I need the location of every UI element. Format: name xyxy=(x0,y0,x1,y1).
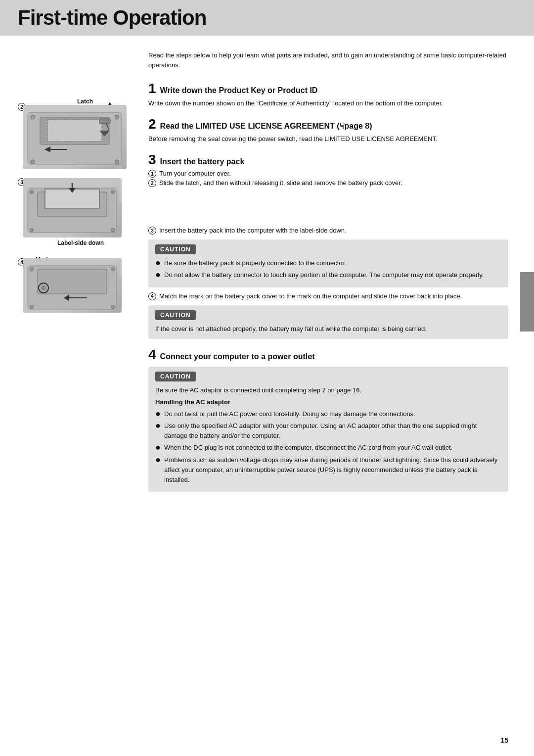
caution-1-bullet-1: ● Be sure the battery pack is properly c… xyxy=(155,258,501,268)
handling-label: Handling the AC adaptor xyxy=(155,398,230,406)
caution-1-label: CAUTION xyxy=(155,244,196,254)
sub3-circle-icon: 3 xyxy=(148,227,156,235)
step-1-number: 1 xyxy=(148,82,156,95)
caution-2-body: If the cover is not attached properly, t… xyxy=(155,324,501,334)
sub2-circle-icon: 2 xyxy=(148,179,156,187)
diagram-2: 3 xyxy=(18,178,138,246)
step-4-header: 4 Connect your computer to a power outle… xyxy=(148,348,508,362)
caution-2-text: If the cover is not attached properly, t… xyxy=(155,325,427,332)
step-4: 4 Connect your computer to a power outle… xyxy=(148,348,508,492)
step-3-sub2-text: Slide the latch, and then without releas… xyxy=(159,179,402,187)
svg-point-10 xyxy=(115,160,119,164)
laptop-diagram-1 xyxy=(23,105,127,169)
sub1-circle-icon: 1 xyxy=(148,170,156,178)
caution-box-2: CAUTION If the cover is not attached pro… xyxy=(148,305,508,339)
step-3-sub1: 1 Turn your computer over. xyxy=(148,170,508,178)
intro-text: Read the steps below to help you learn w… xyxy=(148,50,508,70)
step-4-title: Connect your computer to a power outlet xyxy=(160,352,315,361)
caution-2-label: CAUTION xyxy=(155,310,196,320)
step-3-number: 3 xyxy=(148,153,156,167)
step-1-title: Write down the Product Key or Product ID xyxy=(160,86,318,95)
page-number: 15 xyxy=(500,736,508,744)
diagram-3: 4 Mark xyxy=(18,258,138,313)
step-3-title: Insert the battery pack xyxy=(160,157,245,166)
caution-1-bullet-2-text: Do not allow the battery connector to to… xyxy=(164,270,484,280)
caution-1-bullet-1-text: Be sure the battery pack is properly con… xyxy=(164,258,346,268)
svg-point-18 xyxy=(30,229,34,232)
bullet-dot-3-2-icon: ● xyxy=(155,421,164,431)
sub4-circle-icon: 4 xyxy=(148,292,156,300)
caution-1-bullet-2: ● Do not allow the battery connector to … xyxy=(155,270,501,280)
step-3: 3 Insert the battery pack 1 Turn your co… xyxy=(148,153,508,338)
right-column: Read the steps below to help you learn w… xyxy=(138,50,534,501)
label-side-down-text: Label-side down xyxy=(23,239,138,246)
header-bar: First-time Operation xyxy=(0,0,534,36)
svg-point-26 xyxy=(41,285,46,290)
caution-1-body: ● Be sure the battery pack is properly c… xyxy=(155,258,501,280)
caution-3-bullet-3: ● When the DC plug is not connected to t… xyxy=(155,443,501,453)
laptop-diagram-2 xyxy=(23,178,122,237)
caution-3-bullet-4: ● Problems such as sudden voltage drops … xyxy=(155,455,501,485)
caution-3-bullet-2: ● Use only the specified AC adaptor with… xyxy=(155,421,501,441)
step-1: 1 Write down the Product Key or Product … xyxy=(148,82,508,108)
caution-3-bullet-1: ● Do not twist or pull the AC power cord… xyxy=(155,409,501,419)
step-2-title: Read the LIMITED USE LICENSE AGREEMENT (… xyxy=(160,121,372,131)
caution-3-intro: Be sure the AC adaptor is connected unti… xyxy=(155,385,501,395)
main-content: 2 Cover Latch xyxy=(0,36,534,516)
svg-point-7 xyxy=(31,115,35,119)
svg-rect-6 xyxy=(99,119,110,124)
left-column: 2 Cover Latch xyxy=(0,50,138,501)
step-2-number: 2 xyxy=(148,117,156,131)
step-3-sub2: 2 Slide the latch, and then without rele… xyxy=(148,179,508,187)
svg-point-30 xyxy=(30,305,34,309)
bullet-dot-icon: ● xyxy=(155,258,164,268)
side-tab xyxy=(520,272,534,331)
step-3-sub4-text: Match the mark on the battery pack cover… xyxy=(159,292,462,300)
step-2-body: Before removing the seal covering the po… xyxy=(148,134,508,144)
step-3-sub1-text: Turn your computer over. xyxy=(159,170,231,177)
bullet-dot-3-3-icon: ● xyxy=(155,443,164,453)
bullet-dot-3-1-icon: ● xyxy=(155,409,164,419)
page: First-time Operation 2 Cover Latch xyxy=(0,0,534,756)
caution-3-bullet-3-text: When the DC plug is not connected to the… xyxy=(164,443,452,453)
page-title: First-time Operation xyxy=(18,6,206,30)
svg-point-9 xyxy=(115,115,119,119)
step-4-number: 4 xyxy=(148,348,156,362)
step-1-body: Write down the number shown on the “Cert… xyxy=(148,98,508,108)
step-1-header: 1 Write down the Product Key or Product … xyxy=(148,82,508,95)
caution-3-bullet-1-text: Do not twist or pull the AC power cord f… xyxy=(164,409,415,419)
caution-3-bullet-2-text: Use only the specified AC adaptor with y… xyxy=(164,421,501,441)
step-3-sub3-text: Insert the battery pack into the compute… xyxy=(159,227,347,234)
laptop-svg-2 xyxy=(23,178,122,237)
step-3-sub4: 4 Match the mark on the battery pack cov… xyxy=(148,292,508,300)
step-2-header: 2 Read the LIMITED USE LICENSE AGREEMENT… xyxy=(148,117,508,131)
bullet-dot-3-4-icon: ● xyxy=(155,455,164,465)
svg-point-17 xyxy=(30,190,34,194)
caution-box-3: CAUTION Be sure the AC adaptor is connec… xyxy=(148,367,508,492)
caution-box-1: CAUTION ● Be sure the battery pack is pr… xyxy=(148,239,508,287)
svg-point-31 xyxy=(111,268,115,271)
caution-3-label: CAUTION xyxy=(155,372,196,381)
bullet-dot-icon-2: ● xyxy=(155,270,164,280)
caution-3-bullet-4-text: Problems such as sudden voltage drops ma… xyxy=(164,455,501,485)
laptop-svg-1 xyxy=(23,105,127,169)
svg-point-29 xyxy=(30,268,34,271)
step-3-header: 3 Insert the battery pack xyxy=(148,153,508,167)
svg-rect-4 xyxy=(47,120,102,142)
step-3-sub3: 3 Insert the battery pack into the compu… xyxy=(148,227,508,235)
laptop-svg-3 xyxy=(23,258,122,313)
svg-point-32 xyxy=(111,305,115,309)
laptop-diagram-3 xyxy=(23,258,122,313)
svg-point-8 xyxy=(31,160,35,164)
caution-3-body: Be sure the AC adaptor is connected unti… xyxy=(155,385,501,485)
svg-point-19 xyxy=(111,190,115,194)
svg-point-20 xyxy=(111,229,115,232)
diagram-1: 2 Cover Latch xyxy=(18,105,138,169)
step-2: 2 Read the LIMITED USE LICENSE AGREEMENT… xyxy=(148,117,508,144)
